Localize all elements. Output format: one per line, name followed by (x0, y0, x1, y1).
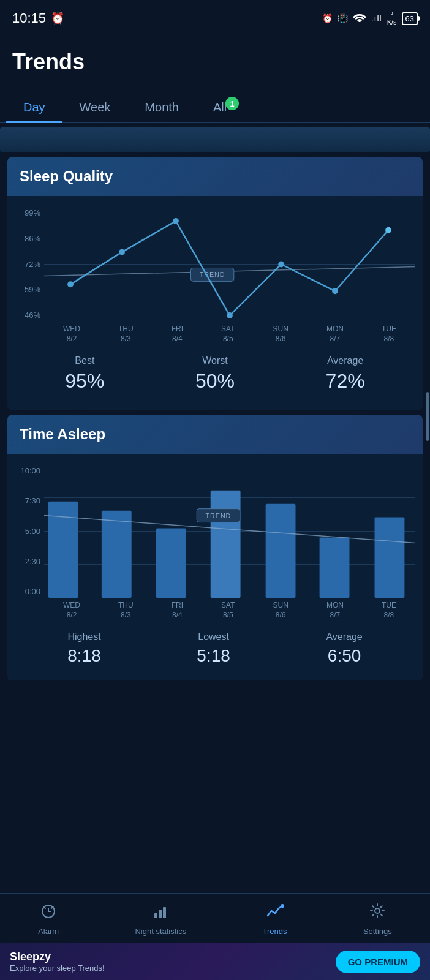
time-asleep-stats: Highest 8:18 Lowest 5:18 Average 6:50 (15, 622, 415, 671)
tabs-container: Day Week Month All 1 (0, 93, 430, 123)
stat-best-value: 95% (65, 370, 104, 393)
ta-y-label-0: 10:00 (15, 466, 44, 475)
ta-stat-lowest: Lowest 5:18 (197, 631, 230, 668)
ta-y-label-3: 2:30 (15, 557, 44, 566)
time-asleep-x-axis: WED 8/2 THU 8/3 FRI 8/4 SAT 8/5 (44, 598, 415, 617)
tab-week-label: Week (80, 100, 111, 114)
bottom-nav: Alarm Night statistics Trends (0, 893, 430, 943)
svg-text:TREND: TREND (205, 512, 231, 519)
gear-nav-icon (369, 902, 386, 924)
time-asleep-svg: TREND (44, 464, 415, 598)
stat-average-value: 72% (326, 370, 365, 393)
header: Trends (0, 37, 430, 93)
time-asleep-y-axis: 10:00 7:30 5:00 2:30 0:00 (15, 464, 44, 598)
scroll-indicator (0, 127, 430, 152)
ta-y-label-1: 7:30 (15, 496, 44, 505)
svg-point-7 (278, 262, 284, 268)
scrollbar-hint (426, 392, 429, 441)
svg-rect-13 (211, 491, 241, 598)
ta-stat-highest-value: 8:18 (67, 646, 101, 668)
tab-month[interactable]: Month (127, 93, 196, 122)
stat-average: Average 72% (326, 355, 365, 393)
svg-rect-25 (154, 913, 157, 918)
alarm-nav-icon (40, 902, 57, 924)
sleep-quality-chart-area: TREND (44, 206, 415, 322)
svg-point-3 (67, 281, 74, 287)
battery-icon: 63 (402, 12, 418, 25)
x-label-6: TUE 8/8 (382, 325, 396, 344)
ta-x-label-6: TUE 8/8 (382, 601, 396, 620)
svg-point-4 (119, 249, 125, 255)
tab-all-label: All (213, 100, 227, 114)
sleep-quality-body: 99% 86% 72% 59% 46% (7, 196, 423, 410)
page-title: Trends (12, 49, 418, 75)
stat-average-label: Average (326, 355, 365, 366)
sleep-quality-x-axis: WED 8/2 THU 8/3 FRI 8/4 SAT 8/5 (44, 322, 415, 341)
tab-week[interactable]: Week (62, 93, 128, 122)
bottom-banner: Sleepzy Explore your sleep Trends! GO PR… (0, 943, 430, 980)
bar-chart-nav-icon (152, 902, 169, 924)
sleep-quality-title: Sleep Quality (20, 168, 410, 185)
time-asleep-body: 10:00 7:30 5:00 2:30 0:00 (7, 454, 423, 680)
svg-point-5 (173, 218, 179, 224)
time-display: 10:15 (12, 10, 46, 26)
stat-best-label: Best (65, 355, 104, 366)
premium-button[interactable]: GO PREMIUM (336, 951, 420, 973)
sleep-quality-header: Sleep Quality (7, 157, 423, 196)
y-label-2: 72% (15, 260, 44, 269)
ta-y-label-2: 5:00 (15, 527, 44, 536)
nav-item-trends[interactable]: Trends (251, 900, 300, 938)
alarm-status-icon: ⏰ (51, 12, 64, 25)
svg-text:TREND: TREND (200, 271, 225, 278)
status-bar: 10:15 ⏰ ⏰ 📳 .ıll ³K/s 63 (0, 0, 430, 37)
x-label-0: WED 8/2 (63, 325, 80, 344)
ta-x-label-5: MON 8/7 (326, 601, 344, 620)
stat-best: Best 95% (65, 355, 104, 393)
tab-all-badge: 1 (225, 97, 239, 110)
nav-item-settings[interactable]: Settings (351, 900, 404, 938)
stat-worst-label: Worst (195, 355, 235, 366)
sleep-quality-chart: 99% 86% 72% 59% 46% (15, 206, 415, 341)
y-label-1: 86% (15, 234, 44, 243)
sleep-quality-y-axis: 99% 86% 72% 59% 46% (15, 206, 44, 322)
x-label-4: SUN 8/6 (273, 325, 289, 344)
tab-month-label: Month (145, 100, 179, 114)
vibrate-icon: 📳 (338, 13, 348, 23)
x-label-2: FRI 8/4 (172, 325, 183, 344)
tab-all[interactable]: All 1 (196, 93, 244, 122)
status-time: 10:15 ⏰ (12, 10, 64, 26)
ta-stat-highest-label: Highest (67, 631, 101, 643)
tab-day-label: Day (23, 100, 45, 114)
alarm-icon: ⏰ (322, 13, 333, 23)
y-label-4: 46% (15, 311, 44, 320)
ta-stat-average: Average 6:50 (326, 631, 362, 668)
x-label-1: THU 8/3 (118, 325, 134, 344)
x-label-5: MON 8/7 (326, 325, 344, 344)
ta-x-label-1: THU 8/3 (118, 601, 134, 620)
y-label-3: 59% (15, 285, 44, 294)
ta-y-label-4: 0:00 (15, 587, 44, 596)
svg-rect-27 (163, 907, 166, 918)
nav-item-alarm[interactable]: Alarm (26, 900, 71, 938)
time-asleep-title: Time Asleep (20, 426, 410, 443)
svg-rect-14 (266, 504, 296, 598)
ta-x-label-0: WED 8/2 (63, 601, 80, 620)
y-label-0: 99% (15, 208, 44, 217)
nav-alarm-label: Alarm (38, 927, 59, 936)
ta-stat-lowest-label: Lowest (197, 631, 230, 643)
time-asleep-header: Time Asleep (7, 415, 423, 454)
status-icons: ⏰ 📳 .ıll ³K/s 63 (322, 10, 418, 26)
ta-stat-highest: Highest 8:18 (67, 631, 101, 668)
ta-x-label-4: SUN 8/6 (273, 601, 289, 620)
nav-trends-label: Trends (263, 927, 287, 936)
svg-rect-16 (375, 518, 405, 598)
trends-nav-icon (266, 902, 284, 924)
ta-x-label-2: FRI 8/4 (172, 601, 183, 620)
ta-x-label-3: SAT 8/5 (221, 601, 235, 620)
tab-day[interactable]: Day (6, 93, 62, 122)
ta-stat-average-value: 6:50 (326, 646, 362, 668)
time-asleep-card: Time Asleep 10:00 7:30 5:00 2:30 0:00 (7, 415, 423, 680)
nav-settings-label: Settings (363, 927, 392, 936)
stat-worst: Worst 50% (195, 355, 235, 393)
nav-item-night-statistics[interactable]: Night statistics (123, 900, 198, 938)
